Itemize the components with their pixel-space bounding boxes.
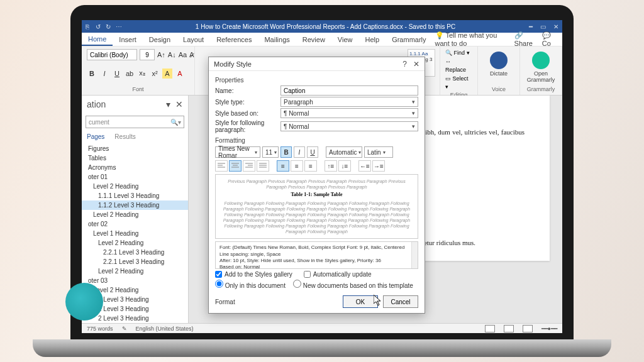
style-type-combo[interactable]: Paragraph bbox=[280, 97, 418, 107]
select-button[interactable]: ▭ Select ▾ bbox=[445, 75, 472, 92]
tab-grammarly[interactable]: Grammarly bbox=[386, 33, 432, 46]
font-size-input[interactable] bbox=[140, 49, 155, 60]
nav-heading-item[interactable]: Acronyms bbox=[82, 163, 188, 172]
nav-heading-item[interactable]: 2.2.1 Level 3 Heading bbox=[82, 257, 188, 266]
language-status[interactable]: English (United States) bbox=[136, 326, 194, 332]
indent-decrease-button[interactable]: ←≡ bbox=[358, 160, 371, 172]
nav-tab-results[interactable]: Results bbox=[114, 133, 135, 140]
tab-view[interactable]: View bbox=[331, 33, 359, 46]
nav-dropdown-icon[interactable]: ▾ bbox=[166, 99, 170, 109]
spell-check-icon[interactable]: ✎ bbox=[122, 326, 127, 332]
increase-font-icon[interactable]: A↑ bbox=[157, 50, 165, 60]
replace-button[interactable]: ↔ Replace bbox=[445, 58, 472, 75]
add-to-gallery-checkbox[interactable] bbox=[215, 271, 222, 278]
nav-heading-item[interactable]: 2 Level 3 Heading bbox=[82, 314, 188, 323]
spacing-15-button[interactable]: ≡ bbox=[291, 160, 303, 172]
align-right-button[interactable] bbox=[243, 160, 255, 172]
ok-button[interactable]: OK bbox=[343, 295, 378, 308]
nav-heading-item[interactable]: oter 03 bbox=[82, 276, 188, 285]
new-docs-radio[interactable]: New documents based on this template bbox=[293, 280, 413, 289]
align-justify-button[interactable] bbox=[257, 160, 269, 172]
nav-heading-item[interactable]: oter 02 bbox=[82, 219, 188, 229]
bold-button[interactable]: B bbox=[87, 69, 97, 79]
zoom-slider[interactable]: ━━●━━ bbox=[541, 326, 557, 332]
basedon-label: Style based on: bbox=[215, 110, 280, 117]
following-combo[interactable]: ¶ Normal bbox=[280, 121, 418, 131]
font-color-button[interactable]: A bbox=[175, 69, 185, 79]
nav-heading-item[interactable]: Level 2 Heading bbox=[82, 266, 188, 276]
nav-heading-item[interactable]: Figures bbox=[82, 144, 188, 153]
nav-close-icon[interactable]: ✕ bbox=[175, 99, 183, 109]
title-bar: ⎘↺↻⋯ 1 How to Create Microsoft Word Prof… bbox=[82, 20, 562, 33]
read-mode-icon[interactable] bbox=[485, 325, 495, 332]
nav-heading-item[interactable]: Level 1 Heading bbox=[82, 229, 188, 238]
align-left-button[interactable] bbox=[215, 160, 228, 172]
cancel-button[interactable]: Cancel bbox=[383, 295, 418, 308]
tab-references[interactable]: References bbox=[210, 33, 258, 46]
subscript-button[interactable]: x₂ bbox=[137, 69, 147, 79]
based-on-combo[interactable]: ¶ Normal bbox=[280, 108, 418, 118]
nav-heading-item[interactable]: 1.1.1 Level 3 Heading bbox=[82, 191, 188, 200]
grammarly-icon bbox=[532, 52, 550, 69]
nav-heading-item[interactable]: Level 2 Heading bbox=[82, 210, 188, 219]
nav-search-input[interactable] bbox=[89, 119, 170, 126]
format-script-combo[interactable]: Latin bbox=[364, 146, 393, 158]
nav-heading-item[interactable]: oter 01 bbox=[82, 172, 188, 182]
share-button[interactable]: 🔗 Share bbox=[514, 31, 537, 47]
scrollbar[interactable] bbox=[411, 242, 418, 268]
quick-access-toolbar[interactable]: ⎘↺↻⋯ bbox=[86, 23, 122, 30]
nav-tab-pages[interactable]: Pages bbox=[87, 133, 104, 140]
search-icon[interactable]: 🔍▾ bbox=[170, 119, 181, 126]
tab-review[interactable]: Review bbox=[296, 33, 331, 46]
format-color-combo[interactable]: Automatic bbox=[326, 146, 362, 158]
tab-layout[interactable]: Layout bbox=[177, 33, 210, 46]
nav-heading-item[interactable]: Level 2 Heading bbox=[82, 182, 188, 191]
nav-search[interactable]: 🔍▾ bbox=[86, 116, 184, 128]
find-button[interactable]: 🔍 Find ▾ bbox=[445, 49, 472, 58]
print-layout-icon[interactable] bbox=[504, 325, 514, 332]
comments-button[interactable]: 💬 Co bbox=[542, 31, 557, 47]
nav-heading-item[interactable]: 1.1.2 Level 3 Heading bbox=[82, 200, 188, 210]
tab-home[interactable]: Home bbox=[82, 33, 113, 46]
nav-heading-item[interactable]: Level 2 Heading bbox=[82, 238, 188, 248]
underline-button[interactable]: U bbox=[112, 69, 122, 79]
format-menu-button[interactable]: Format bbox=[215, 299, 250, 305]
format-size-combo[interactable]: 11 bbox=[262, 146, 279, 158]
font-name-input[interactable] bbox=[87, 49, 137, 60]
web-layout-icon[interactable] bbox=[523, 325, 533, 332]
only-doc-radio[interactable]: Only in this document bbox=[215, 280, 286, 289]
format-underline-button[interactable]: U bbox=[307, 146, 318, 158]
window-controls[interactable]: ━ ▭ ✕ bbox=[529, 23, 558, 30]
format-italic-button[interactable]: I bbox=[294, 146, 305, 158]
tab-design[interactable]: Design bbox=[143, 33, 177, 46]
auto-update-checkbox[interactable] bbox=[304, 271, 311, 278]
spacing-2-button[interactable]: ≡ bbox=[304, 160, 317, 172]
highlight-button[interactable]: A bbox=[162, 69, 172, 79]
dialog-titlebar[interactable]: Modify Style ? ✕ bbox=[209, 57, 425, 71]
style-name-input[interactable] bbox=[280, 85, 418, 96]
para-after-button[interactable]: ↓≡ bbox=[338, 160, 351, 172]
strike-button[interactable]: ab bbox=[125, 69, 135, 79]
change-case-icon[interactable]: Aa bbox=[179, 50, 187, 60]
clear-format-icon[interactable]: A̷ bbox=[189, 50, 194, 60]
format-bold-button[interactable]: B bbox=[280, 146, 292, 158]
align-center-button[interactable] bbox=[229, 160, 242, 172]
nav-heading-item[interactable]: 2.2.1 Level 3 Heading bbox=[82, 248, 188, 257]
tab-help[interactable]: Help bbox=[359, 33, 386, 46]
italic-button[interactable]: I bbox=[99, 69, 109, 79]
tab-mailings[interactable]: Mailings bbox=[258, 33, 296, 46]
indent-increase-button[interactable]: →≡ bbox=[372, 160, 385, 172]
decrease-font-icon[interactable]: A↓ bbox=[168, 50, 176, 60]
tell-me-search[interactable]: 💡 Tell me what you want to do bbox=[433, 31, 514, 47]
superscript-button[interactable]: x² bbox=[150, 69, 160, 79]
format-font-combo[interactable]: Times New Romar bbox=[215, 146, 260, 158]
dialog-close-icon[interactable]: ✕ bbox=[413, 60, 419, 69]
help-icon[interactable]: ? bbox=[402, 60, 407, 69]
grammarly-button[interactable]: Open Grammarly bbox=[525, 49, 557, 83]
spacing-1-button[interactable]: ≡ bbox=[277, 160, 289, 172]
dictate-button[interactable]: Dictate bbox=[483, 49, 514, 77]
word-count[interactable]: 775 words bbox=[87, 326, 113, 332]
tab-insert[interactable]: Insert bbox=[113, 33, 143, 46]
nav-heading-item[interactable]: Tables bbox=[82, 153, 188, 163]
para-before-button[interactable]: ↑≡ bbox=[325, 160, 337, 172]
